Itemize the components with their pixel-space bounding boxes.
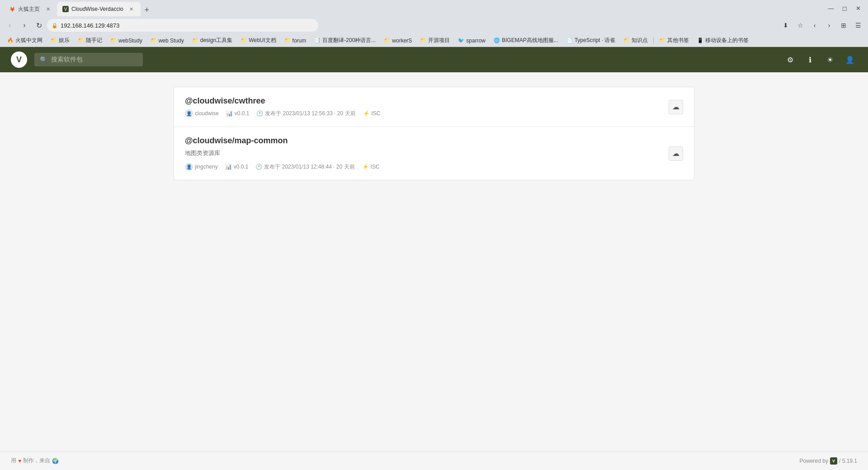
author-name: cloudwise [195,110,219,117]
header-actions: ⚙ ℹ ☀ 👤 [783,52,857,67]
bookmark-notes[interactable]: 📁 随手记 [74,36,106,45]
bookmark-mobile-icon: 📱 [697,38,703,43]
search-icon: 🔍 [40,56,47,63]
tab-home[interactable]: 🦊 火狐主页 ✕ [4,2,57,16]
package-item: @cloudwise/map-common 地图类资源库 👤 jingcheny… [174,127,694,180]
info-icon: ℹ [809,56,811,64]
bookmark-workers-icon: 📁 [384,38,390,43]
bookmark-bigemap-icon: 🌐 [494,38,500,43]
theme-button[interactable]: ☀ [823,52,837,67]
download-package-button[interactable]: ☁ [669,100,683,114]
settings-button[interactable]: ⚙ [783,52,797,67]
url-text: 192.168.146.129:4873 [61,22,314,29]
download-package-button-2[interactable]: ☁ [669,146,683,161]
license-icon: ⚡ [362,164,369,170]
new-tab-button[interactable]: + [141,4,153,16]
globe-icon: 🌍 [52,458,59,464]
heart-icon: ♥ [18,458,21,464]
menu-button[interactable]: ☰ [852,19,864,32]
bookmark-sparrow[interactable]: 🐦 sparrow [454,37,489,45]
main-content: @cloudwise/cwthree 👤 cloudwise 📊 v0.0.1 [163,72,705,451]
author-avatar: 👤 [185,109,193,118]
footer-left: 用 ♥ 制作，来自 🌍 [11,457,59,465]
bookmark-webstudy2[interactable]: 📁 web Study [147,37,188,45]
download-button[interactable]: ⬇ [779,19,792,32]
app-logo[interactable]: V [11,52,27,68]
bookmark-webstudy-icon: 📁 [110,38,117,43]
bookmark-other[interactable]: 📁 其他书签 [656,36,693,45]
package-list: @cloudwise/cwthree 👤 cloudwise 📊 v0.0.1 [174,87,694,180]
bookmark-forum[interactable]: 📁 forum [281,37,310,45]
bookmark-knowledge[interactable]: 📁 知识点 [620,36,651,45]
package-meta: 👤 cloudwise 📊 v0.0.1 🕐 发布于 2023/01/13 12… [185,109,683,118]
bookmark-sparrow-label: sparrow [466,38,486,44]
nav-back-toolbar[interactable]: ‹ [808,19,821,32]
license-icon: ⚡ [363,110,370,117]
info-button[interactable]: ℹ [803,52,817,67]
bookmark-webstudy[interactable]: 📁 webStudy [107,37,146,45]
url-bar[interactable]: 🔒 192.168.146.129:4873 [47,19,318,32]
footer-made-with: 用 [11,457,16,465]
bookmark-bigemap[interactable]: 🌐 BIGEMAP高线地图服... [490,36,562,45]
avatar-placeholder: 👤 [186,164,192,169]
tab-home-label: 火狐主页 [18,5,40,13]
bookmark-separator [653,37,654,44]
bookmark-other-label: 其他书签 [667,37,689,44]
meta-license: ⚡ ISC [363,110,381,117]
bookmark-design-icon: 📁 [192,38,198,43]
tab-verdaccio[interactable]: V CloudWise-Verdaccio ✕ [57,2,141,16]
author-name: jingcheny [195,164,218,170]
footer-right: Powered by V / 5.19.1 [800,457,857,465]
bookmark-design[interactable]: 📁 design工具集 [189,36,236,45]
bookmark-baidu-label: 百度翻译-200种语言... [322,37,376,44]
window-controls: — ◻ ✕ [825,2,864,14]
bookmark-typescript-icon: 📄 [566,38,573,43]
bookmark-webui[interactable]: 📁 WebUI文档 [237,36,279,45]
tab-verdaccio-close[interactable]: ✕ [128,5,135,13]
bookmark-entertainment-label: 娱乐 [59,37,70,44]
footer-made-text: 制作，来自 [23,457,50,465]
refresh-button[interactable]: ↻ [33,19,45,32]
bookmarks-bar: 🔥 火狐中文网 📁 娱乐 📁 随手记 📁 webStudy 📁 web Stud… [0,34,868,47]
user-icon: 👤 [845,56,854,64]
tab-home-close[interactable]: ✕ [44,5,52,13]
bookmark-sparrow-icon: 🐦 [458,38,464,43]
minimize-button[interactable]: — [825,2,837,14]
meta-license: ⚡ ISC [362,164,380,170]
meta-version: 📊 v0.0.1 [225,164,249,170]
user-button[interactable]: 👤 [843,52,857,67]
meta-author: 👤 cloudwise [185,109,219,118]
search-placeholder: 搜索软件包 [51,56,83,64]
bookmark-home-icon: 🔥 [7,38,14,43]
nav-forward-toolbar[interactable]: › [823,19,835,32]
powered-by-text: Powered by [800,458,828,464]
bookmark-other-icon: 📁 [659,38,665,43]
bookmark-entertainment[interactable]: 📁 娱乐 [47,36,73,45]
page-footer: 用 ♥ 制作，来自 🌍 Powered by V / 5.19.1 [0,451,868,470]
search-box[interactable]: 🔍 搜索软件包 [34,53,143,66]
bookmark-webui-icon: 📁 [241,38,247,43]
cloud-download-icon: ☁ [672,103,679,111]
package-name[interactable]: @cloudwise/map-common [185,136,683,146]
bookmark-mobile[interactable]: 📱 移动设备上的书签 [693,36,752,45]
bookmark-workers-label: workerS [392,38,412,44]
back-button[interactable]: ‹ [4,19,16,32]
package-name[interactable]: @cloudwise/cwthree [185,96,683,106]
bookmark-baidu[interactable]: 📑 百度翻译-200种语言... [311,36,379,45]
forward-button[interactable]: › [18,19,31,32]
bookmark-star-button[interactable]: ☆ [794,19,807,32]
bookmark-notes-label: 随手记 [86,37,102,44]
app-header: V 🔍 搜索软件包 ⚙ ℹ ☀ 👤 [0,47,868,72]
bookmark-home-label: 火狐中文网 [15,37,42,44]
bookmark-workers[interactable]: 📁 workerS [380,37,415,45]
url-security-icon: 🔒 [52,23,58,28]
bookmark-typescript[interactable]: 📄 TypeScript · 语雀 [563,36,619,45]
bookmark-opensource[interactable]: 📁 开源项目 [416,36,453,45]
meta-published: 🕐 发布于 2023/01/13 12:48:44 · 20 天前 [255,163,354,171]
bookmark-home[interactable]: 🔥 火狐中文网 [4,36,46,45]
grid-view-button[interactable]: ⊞ [837,19,850,32]
maximize-button[interactable]: ◻ [838,2,851,14]
published-text: 发布于 2023/01/13 12:56:33 · 20 天前 [265,110,355,118]
clock-icon: 🕐 [255,164,262,170]
close-button[interactable]: ✕ [852,2,864,14]
